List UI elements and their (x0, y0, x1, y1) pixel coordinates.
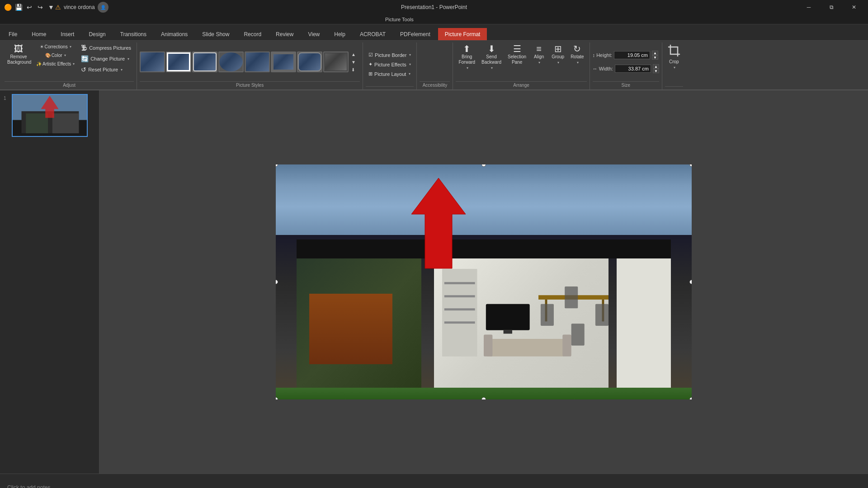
undo-icon[interactable]: ↩ (25, 3, 33, 11)
ps-thumb-6[interactable] (271, 52, 296, 72)
svg-marker-23 (411, 178, 466, 268)
send-backward-dropdown[interactable]: ▾ (491, 66, 493, 70)
tab-record[interactable]: Record (237, 28, 268, 40)
effects-dropdown[interactable]: ▾ (409, 62, 411, 66)
artistic-dropdown[interactable]: ▾ (73, 62, 75, 66)
corrections-dropdown[interactable]: ▾ (70, 45, 71, 49)
align-dropdown[interactable]: ▾ (538, 61, 540, 65)
size-content: ↕ Height: ▲ ▼ ↔ Width: ▲ ▼ (593, 43, 659, 80)
bring-forward-button[interactable]: ⬆ BringForward ▾ (456, 43, 478, 71)
border-content: ☑ Picture Border ▾ ✦ Picture Effects ▾ ⊞… (366, 43, 414, 85)
picture-layout-button[interactable]: ⊞ Picture Layout ▾ (366, 70, 413, 78)
picture-effects-button[interactable]: ✦ Picture Effects ▾ (366, 61, 414, 68)
bring-forward-dropdown[interactable]: ▾ (467, 66, 468, 70)
accessibility-content (420, 43, 450, 80)
ps-thumb-5[interactable] (245, 52, 270, 72)
tab-acrobat[interactable]: ACROBAT (353, 28, 392, 40)
layout-dropdown[interactable]: ▾ (409, 72, 410, 76)
arrange-group-label: Arrange (456, 81, 586, 89)
close-button[interactable]: ✕ (844, 0, 864, 14)
corrections-button[interactable]: ☀ Corrections ▾ (33, 43, 77, 50)
tab-transitions[interactable]: Transitions (113, 28, 153, 40)
tab-design[interactable]: Design (82, 28, 112, 40)
width-decrement[interactable]: ▼ (653, 69, 659, 73)
handle-middle-right[interactable] (689, 280, 692, 284)
tab-view[interactable]: View (301, 28, 326, 40)
tab-picture-format[interactable]: Picture Format (438, 28, 487, 40)
height-label: ↕ Height: (593, 52, 612, 58)
tab-insert[interactable]: Insert (54, 28, 81, 40)
picture-styles-group-label: Picture Styles (140, 81, 360, 89)
height-decrement[interactable]: ▼ (652, 55, 658, 60)
app-icon: 🟠 (4, 3, 12, 11)
svg-rect-21 (565, 286, 578, 308)
tab-pdfelement[interactable]: PDFelement (393, 28, 437, 40)
tab-home[interactable]: Home (25, 28, 53, 40)
change-dropdown[interactable]: ▾ (127, 57, 129, 61)
border-group-label (366, 86, 414, 89)
reset-dropdown[interactable]: ▾ (121, 68, 123, 72)
tab-animations[interactable]: Animations (154, 28, 194, 40)
restore-button[interactable]: ⧉ (821, 0, 842, 14)
ps-thumb-1[interactable] (140, 52, 165, 72)
border-dropdown[interactable]: ▾ (409, 53, 411, 57)
ps-thumb-8[interactable] (323, 52, 349, 72)
redo-icon[interactable]: ↪ (36, 3, 44, 11)
ps-thumb-3[interactable] (192, 52, 217, 72)
svg-rect-7 (444, 282, 475, 284)
slide-image (276, 164, 692, 399)
width-increment[interactable]: ▲ (653, 64, 659, 69)
align-icon: ≡ (536, 44, 542, 53)
handle-bottom-right[interactable] (689, 397, 692, 399)
color-button[interactable]: 🎨 Color ▾ (33, 52, 77, 59)
crop-button[interactable]: Crop ▾ (665, 43, 683, 70)
picture-styles-row (140, 52, 349, 72)
styles-scroll-down[interactable]: ▼ (350, 59, 357, 66)
crop-dropdown[interactable]: ▾ (674, 66, 675, 70)
group-dropdown[interactable]: ▾ (557, 61, 559, 65)
send-backward-button[interactable]: ⬇ SendBackward ▾ (479, 43, 504, 71)
height-input[interactable] (614, 51, 650, 59)
selection-pane-button[interactable]: ☰ SelectionPane (505, 43, 529, 66)
change-picture-button[interactable]: 🔄 Change Picture ▾ (78, 54, 134, 63)
rotate-button[interactable]: ↻ Rotate ▾ (568, 43, 586, 66)
rotate-icon: ↻ (573, 44, 581, 53)
tab-help[interactable]: Help (327, 28, 352, 40)
color-icon: 🎨 (45, 53, 51, 58)
customize-icon[interactable]: ▼ (47, 3, 55, 11)
canvas-area[interactable] (99, 90, 868, 474)
border-checkbox-icon: ☑ (368, 52, 373, 58)
reset-picture-button[interactable]: ↺ Reset Picture ▾ (78, 65, 134, 74)
styles-scroll-up[interactable]: ▲ (350, 51, 357, 58)
save-icon[interactable]: 💾 (14, 3, 23, 11)
kitchen-area (617, 258, 671, 395)
tab-file[interactable]: File (2, 28, 24, 40)
user-avatar[interactable]: 👤 (98, 2, 108, 13)
align-label: Align (534, 54, 544, 60)
send-backward-label: SendBackward (481, 54, 501, 65)
picture-border-button[interactable]: ☑ Picture Border ▾ (366, 51, 414, 59)
ribbon-group-crop: Crop ▾ (662, 42, 686, 89)
rotate-dropdown[interactable]: ▾ (577, 61, 579, 65)
align-button[interactable]: ≡ Align ▾ (530, 43, 548, 66)
ps-thumb-4[interactable] (218, 52, 244, 72)
color-dropdown[interactable]: ▾ (64, 53, 66, 57)
styles-more[interactable]: ⬇ (350, 66, 357, 73)
slide-thumbnail-1[interactable]: 1 (4, 94, 95, 137)
tab-slideshow[interactable]: Slide Show (195, 28, 236, 40)
compress-pictures-button[interactable]: 🗜 Compress Pictures (78, 43, 134, 52)
tab-review[interactable]: Review (269, 28, 300, 40)
width-input[interactable] (615, 65, 651, 73)
handle-bottom-middle[interactable] (481, 397, 486, 399)
window-title: Presentation1 - PowerPoint (401, 4, 467, 10)
group-button[interactable]: ⊞ Group ▾ (549, 43, 567, 66)
minimize-button[interactable]: ─ (798, 0, 819, 14)
notes-area[interactable]: Click to add notes (0, 474, 868, 488)
ps-thumb-2[interactable] (166, 52, 191, 72)
remove-background-button[interactable]: 🖼 RemoveBackground (5, 43, 33, 66)
ps-thumb-7[interactable] (297, 52, 322, 72)
change-label: Change Picture (90, 56, 125, 61)
height-increment[interactable]: ▲ (652, 51, 658, 55)
artistic-effects-button[interactable]: ✨ Artistic Effects ▾ (33, 61, 77, 67)
svg-rect-9 (444, 308, 475, 310)
